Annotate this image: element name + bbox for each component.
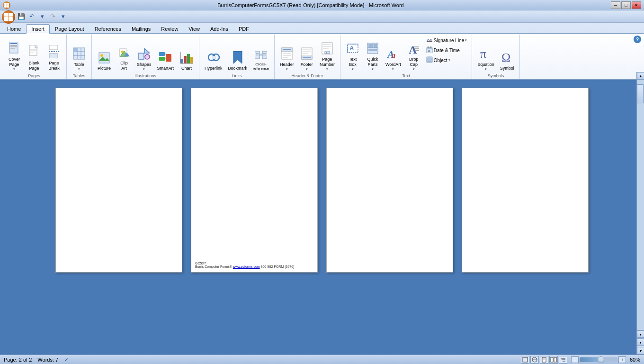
tab-references[interactable]: References <box>89 24 126 33</box>
blank-page-button[interactable]: BlankPage <box>25 44 44 73</box>
scroll-track[interactable] <box>637 80 644 329</box>
signature-line-icon <box>426 36 433 44</box>
cross-reference-button[interactable]: → Cross-reference <box>250 49 271 73</box>
scroll-up-arrow[interactable]: ▲ <box>637 72 644 80</box>
tab-pagelayout[interactable]: Page Layout <box>50 24 89 33</box>
vertical-scrollbar[interactable]: ▲ ● ● ▼ <box>636 72 644 355</box>
footer-label: Footer <box>301 62 313 67</box>
shapes-icon <box>138 48 150 62</box>
status-bar: Page: 2 of 2 Words: 7 ✓ − <box>0 355 644 364</box>
clip-art-label: ClipArt <box>120 61 128 71</box>
footer-line1: GC5X7 <box>195 262 294 265</box>
tab-pdf[interactable]: PDF <box>233 24 254 33</box>
scroll-down-arrow[interactable]: ▼ <box>637 347 644 355</box>
tab-home[interactable]: Home <box>2 24 26 33</box>
close-button[interactable]: ✕ <box>632 1 641 9</box>
header-footer-group-label: Header & Footer <box>277 73 337 79</box>
smartart-button[interactable]: SmartArt <box>155 51 177 73</box>
shapes-button[interactable]: Shapes ▾ <box>134 47 154 73</box>
tab-mailings[interactable]: Mailings <box>126 24 156 33</box>
footer-link[interactable]: www.pcforms.com <box>233 265 260 268</box>
clip-art-button[interactable]: ClipArt <box>115 46 134 73</box>
restore-button[interactable]: □ <box>621 1 631 9</box>
symbol-button[interactable]: Ω Symbol <box>498 49 517 73</box>
tab-addins[interactable]: Add-Ins <box>205 24 233 33</box>
view-web-button[interactable] <box>530 356 539 364</box>
proofing-check[interactable]: ✓ <box>64 356 69 363</box>
signature-line-button[interactable]: Signature Line ▾ <box>424 36 469 45</box>
date-time-label: Date & Time <box>434 48 460 53</box>
undo-dropdown[interactable]: ▾ <box>38 12 46 21</box>
minimize-button[interactable]: ─ <box>611 1 620 9</box>
group-header-footer: Header ▾ Footer <box>275 35 340 79</box>
cross-reference-label: Cross-reference <box>253 62 269 71</box>
chart-button[interactable]: Chart <box>177 51 196 73</box>
hyperlink-button[interactable]: Hyperlink <box>202 50 225 73</box>
svg-rect-35 <box>187 54 190 64</box>
page-number-button[interactable]: # PageNumber ▾ <box>317 41 337 73</box>
scroll-next-page[interactable]: ● <box>637 338 644 346</box>
tab-review[interactable]: Review <box>156 24 183 33</box>
header-label: Header <box>280 62 294 67</box>
scroll-prev-page[interactable]: ● <box>637 330 644 338</box>
pages-group-label: Pages <box>5 73 63 79</box>
date-time-button[interactable]: 15 Date & Time <box>424 46 469 55</box>
help-button[interactable]: ? <box>634 36 641 43</box>
ribbon: Home Insert Page Layout References Maili… <box>0 23 644 80</box>
wordart-button[interactable]: A a WordArt ▾ <box>383 46 403 73</box>
tables-group-label: Tables <box>70 73 89 79</box>
redo-button[interactable]: ↷ <box>48 12 57 21</box>
equation-button[interactable]: π Equation ▾ <box>475 45 497 73</box>
blank-page-icon <box>29 45 39 60</box>
quick-parts-button[interactable]: QuickParts ▾ <box>363 41 382 73</box>
window-title: BurrisComputerFormsGC5X7 (Read-Only) [Co… <box>10 2 611 8</box>
footer-button[interactable]: Footer ▾ <box>297 46 316 73</box>
zoom-slider[interactable] <box>580 357 617 362</box>
table-label: Table <box>74 62 84 67</box>
page-break-label: PageBreak <box>48 61 60 71</box>
group-links: Hyperlink Bookmark <box>199 35 275 79</box>
svg-rect-74 <box>368 49 377 51</box>
undo-button[interactable]: ↶ <box>27 12 36 21</box>
table-button[interactable]: Table ▾ <box>70 46 89 73</box>
text-group-label: Text <box>343 73 469 79</box>
scroll-thumb[interactable] <box>637 84 644 103</box>
bookmark-button[interactable]: Bookmark <box>226 50 250 73</box>
svg-rect-28 <box>159 52 165 56</box>
equation-label: Equation <box>477 62 494 67</box>
picture-button[interactable]: Picture <box>95 51 114 73</box>
bookmark-label: Bookmark <box>228 66 248 71</box>
group-symbols: π Equation ▾ Ω Symbol Symbols <box>472 35 520 79</box>
office-button[interactable] <box>2 10 15 24</box>
tab-insert[interactable]: Insert <box>26 24 50 34</box>
view-reading-button[interactable] <box>549 356 558 364</box>
zoom-out-button[interactable]: − <box>571 356 579 363</box>
page-break-button[interactable]: PageBreak <box>45 44 63 73</box>
group-illustrations: Picture ClipArt <box>92 35 199 79</box>
svg-marker-26 <box>144 48 150 53</box>
svg-rect-101 <box>554 357 556 362</box>
svg-text:A: A <box>349 45 354 52</box>
view-outline-button[interactable] <box>559 356 567 364</box>
tab-view[interactable]: View <box>183 24 205 33</box>
hyperlink-icon <box>207 51 220 65</box>
svg-rect-11 <box>49 54 58 58</box>
zoom-in-button[interactable]: + <box>618 356 626 363</box>
symbol-label: Symbol <box>500 66 514 71</box>
cover-page-button[interactable]: CoverPage ▾ <box>5 40 24 73</box>
view-print-button[interactable] <box>540 356 548 364</box>
svg-rect-100 <box>551 357 553 362</box>
customize-qa-button[interactable]: ▾ <box>59 12 67 21</box>
page-number-label: PageNumber <box>320 57 335 67</box>
object-button[interactable]: Object ▾ <box>424 55 469 65</box>
save-button[interactable]: 💾 <box>17 12 26 21</box>
blank-page-label: BlankPage <box>29 61 40 71</box>
page-2: GC5X7 Burris Computer Forms® www.pcforms… <box>191 88 318 273</box>
page-3 <box>326 88 453 273</box>
svg-rect-25 <box>139 53 144 59</box>
view-normal-button[interactable] <box>521 356 529 364</box>
svg-text:15: 15 <box>428 50 430 52</box>
text-box-button[interactable]: A TextBox ▾ <box>343 41 362 73</box>
drop-cap-button[interactable]: A DropCap ▾ <box>404 41 423 73</box>
header-button[interactable]: Header ▾ <box>277 46 296 73</box>
